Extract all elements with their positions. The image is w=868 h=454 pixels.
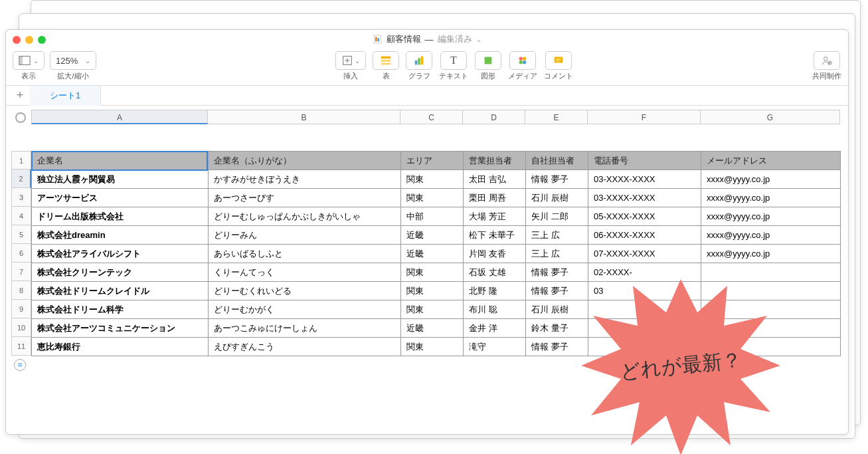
row-header-4[interactable]: 4 <box>11 207 31 225</box>
table-row[interactable]: 独立法人霞ヶ関貿易かすみがせきぼうえき関東太田 吉弘情報 夢子03-XXXX-X… <box>32 170 841 189</box>
cell[interactable]: 恵比寿銀行 <box>32 338 209 356</box>
minimize-icon[interactable] <box>25 36 33 44</box>
table-header[interactable]: 自社担当者 <box>526 152 588 170</box>
cell[interactable]: どりーむしゅっぱんかぶしきがいしゃ <box>209 207 401 226</box>
table-header[interactable]: 営業担当者 <box>464 152 526 170</box>
cell[interactable]: 06-XXXX-XXXX <box>588 226 701 245</box>
insert-button[interactable]: ⌄ <box>335 51 366 70</box>
cell[interactable]: 関東 <box>401 263 464 282</box>
cell[interactable]: 北野 隆 <box>464 282 526 300</box>
cell[interactable]: 片岡 友香 <box>464 245 526 263</box>
cell[interactable]: 太田 吉弘 <box>464 170 526 189</box>
column-header-B[interactable]: B <box>208 110 400 124</box>
row-header-11[interactable]: 11 <box>11 337 31 356</box>
cell[interactable]: 大場 芳正 <box>464 207 526 226</box>
table-row[interactable]: アーツサービスあーつさーびす関東栗田 周吾石川 辰樹03-XXXX-XXXXxx… <box>32 189 841 207</box>
cell[interactable]: えびすぎんこう <box>209 338 401 356</box>
document-title[interactable]: 顧客情報 — 編集済み ⌄ <box>373 33 481 45</box>
cell[interactable]: 03-XXXX-XXXX <box>588 170 701 189</box>
row-header-1[interactable]: 1 <box>11 151 31 170</box>
cell[interactable]: 独立法人霞ヶ関貿易 <box>32 170 209 189</box>
table-row[interactable]: 株式会社dreaminどりーみん近畿松下 未華子三上 広06-XXXX-XXXX… <box>32 226 841 245</box>
collaborate-button[interactable] <box>814 51 840 70</box>
maximize-icon[interactable] <box>38 36 46 44</box>
column-header-G[interactable]: G <box>701 110 840 124</box>
cell[interactable]: xxxx@yyyy.co.jp <box>701 226 841 245</box>
cell[interactable]: かすみがせきぼうえき <box>209 170 401 189</box>
cell[interactable]: 滝守 <box>464 338 526 356</box>
cell[interactable]: 関東 <box>401 282 464 300</box>
table-header[interactable]: 企業名（ふりがな） <box>209 152 401 170</box>
cell[interactable]: どりーみん <box>209 226 401 245</box>
row-header-6[interactable]: 6 <box>11 244 31 263</box>
cell[interactable]: 関東 <box>401 170 464 189</box>
row-header-8[interactable]: 8 <box>11 281 31 300</box>
cell[interactable]: 中部 <box>401 207 464 226</box>
cell[interactable]: xxxx@yyyy.co.jp <box>701 245 841 263</box>
table-header[interactable]: 企業名 <box>32 152 209 170</box>
cell[interactable]: 三上 広 <box>526 245 588 263</box>
column-header-C[interactable]: C <box>400 110 463 124</box>
tab-sheet1[interactable]: シート1 <box>30 86 101 106</box>
table-header[interactable]: メールアドレス <box>701 152 841 170</box>
row-header-10[interactable]: 10 <box>11 318 31 337</box>
zoom-button[interactable]: 125% ⌄ <box>50 51 96 70</box>
row-header-5[interactable]: 5 <box>11 225 31 244</box>
comment-button[interactable] <box>545 51 572 70</box>
cell[interactable]: あーつこみゅにけーしょん <box>209 319 401 338</box>
cell[interactable]: 矢川 二郎 <box>526 207 588 226</box>
cell[interactable]: 石坂 丈雄 <box>464 263 526 282</box>
cell[interactable]: 近畿 <box>401 319 464 338</box>
cell[interactable]: どりーむかがく <box>209 300 401 319</box>
column-header-F[interactable]: F <box>588 110 701 124</box>
media-button[interactable] <box>509 51 536 70</box>
row-header-9[interactable]: 9 <box>11 300 31 318</box>
cell[interactable]: xxxx@yyyy.co.jp <box>701 189 841 207</box>
cell[interactable]: 05-XXXX-XXXX <box>588 207 701 226</box>
cell[interactable]: 三上 広 <box>526 226 588 245</box>
select-all-handle[interactable] <box>15 112 26 123</box>
cell[interactable]: 株式会社アーツコミュニケーション <box>32 319 209 338</box>
row-header-7[interactable]: 7 <box>11 263 31 281</box>
chart-button[interactable] <box>406 51 432 70</box>
cell[interactable]: 株式会社クリーンテック <box>32 263 209 282</box>
cell[interactable]: 株式会社dreamin <box>32 226 209 245</box>
cell[interactable]: 布川 聡 <box>464 300 526 319</box>
cell[interactable]: 金井 洋 <box>464 319 526 338</box>
column-header-A[interactable]: A <box>31 110 208 124</box>
close-icon[interactable] <box>13 36 21 44</box>
column-header-E[interactable]: E <box>525 110 588 124</box>
cell[interactable]: どりーむくれいどる <box>209 282 401 300</box>
chevron-down-icon[interactable]: ⌄ <box>476 36 481 43</box>
cell[interactable]: 栗田 周吾 <box>464 189 526 207</box>
cell[interactable]: アーツサービス <box>32 189 209 207</box>
column-header-D[interactable]: D <box>463 110 525 124</box>
cell[interactable]: 関東 <box>401 189 464 207</box>
cell[interactable]: 関東 <box>401 338 464 356</box>
cell[interactable]: あらいばるしふと <box>209 245 401 263</box>
formula-button[interactable]: = <box>14 359 26 371</box>
cell[interactable]: 03-XXXX-XXXX <box>588 189 701 207</box>
cell[interactable]: 近畿 <box>401 226 464 245</box>
table-button[interactable] <box>373 51 399 70</box>
cell[interactable]: ドリーム出版株式会社 <box>32 207 209 226</box>
shape-button[interactable] <box>475 51 501 70</box>
text-button[interactable]: T <box>440 51 467 70</box>
cell[interactable]: 石川 辰樹 <box>526 189 588 207</box>
cell[interactable]: あーつさーびす <box>209 189 401 207</box>
cell[interactable]: 株式会社アライバルシフト <box>32 245 209 263</box>
add-sheet-button[interactable]: + <box>10 88 30 102</box>
cell[interactable]: 07-XXXX-XXXX <box>588 245 701 263</box>
row-header-3[interactable]: 3 <box>11 188 31 207</box>
cell[interactable]: 近畿 <box>401 245 464 263</box>
cell[interactable]: 松下 未華子 <box>464 226 526 245</box>
cell[interactable]: 株式会社ドリーム科学 <box>32 300 209 319</box>
table-row[interactable]: 株式会社アライバルシフトあらいばるしふと近畿片岡 友香三上 広07-XXXX-X… <box>32 245 841 263</box>
cell[interactable]: xxxx@yyyy.co.jp <box>701 207 841 226</box>
row-header-2[interactable]: 2 <box>11 170 31 188</box>
cell[interactable]: 情報 夢子 <box>526 170 588 189</box>
cell[interactable]: 株式会社ドリームクレイドル <box>32 282 209 300</box>
table-header[interactable]: エリア <box>401 152 464 170</box>
cell[interactable]: くりーんてっく <box>209 263 401 282</box>
cell[interactable]: 関東 <box>401 300 464 319</box>
